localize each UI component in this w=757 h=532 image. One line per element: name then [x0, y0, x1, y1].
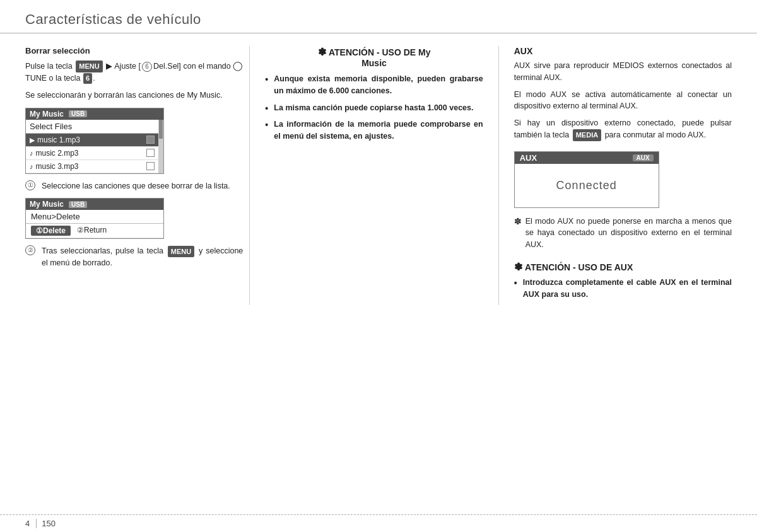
aux-section: AUX AUX sirve para reproducir MEDIOS ext… — [514, 46, 732, 141]
screen1-header: My Music USB — [26, 108, 163, 120]
attention-aux-symbol: ✽ — [514, 262, 525, 272]
bullet-1: Aunque exista memoria disponible, pueden… — [265, 73, 483, 97]
attention-title: ✽ ATENCIÓN - USO DE MyMusic — [265, 46, 483, 68]
para1-arrow: ▶ — [106, 62, 112, 71]
aux-para3: Si hay un dispositivo externo conectado,… — [514, 117, 732, 141]
music-icon-2: ♪ — [30, 149, 33, 157]
screen1-row-1: ▶music 1.mp3 — [26, 134, 158, 147]
aux-para1: AUX sirve para reproducir MEDIOS externo… — [514, 60, 732, 84]
bullet-3: La información de la memoria puede compr… — [265, 119, 483, 142]
footer-number: 4 — [25, 519, 37, 528]
note2-text: Tras seleccionarlas, pulse la tecla MENU… — [42, 245, 243, 269]
aux-screen-body: Connected — [515, 164, 659, 207]
page-footer: 4 150 — [0, 514, 757, 532]
para1: Pulse la tecla MENU ▶ Ajuste [6Del.Sel] … — [25, 59, 243, 84]
aux-screen-badge: AUX — [633, 154, 654, 161]
attention-aux-section: ✽ ATENCIÓN - USO DE AUX Introduzca compl… — [514, 261, 732, 301]
content-area: Borrar selección Pulse la tecla MENU ▶ A… — [0, 33, 757, 318]
play-icon: ▶ — [30, 136, 35, 144]
left-section-title: Borrar selección — [25, 46, 243, 55]
menu-badge: MENU — [76, 61, 102, 72]
screen1-title: My Music — [30, 110, 64, 119]
media-badge: MEDIA — [573, 129, 601, 141]
checkbox-3 — [146, 162, 155, 170]
checkbox-1 — [146, 136, 155, 144]
my-music-screen-1: My Music USB Select Files ▶music 1.mp3 ♪… — [25, 108, 164, 174]
screen1-row-2: ♪music 2.mp3 — [26, 147, 158, 160]
aux-note-text: El modo AUX no puede ponerse en marcha a… — [525, 216, 732, 251]
screen1-scrollbar — [158, 120, 163, 173]
footer-page: 150 — [42, 519, 56, 528]
screen1-select-files: Select Files — [26, 120, 158, 134]
screen1-content: Select Files ▶music 1.mp3 ♪music 2.mp3 ♪… — [26, 120, 158, 173]
para1-text1: Pulse la tecla — [25, 62, 73, 71]
page-title: Características de vehículo — [25, 11, 732, 28]
aux-note-symbol: ✽ — [514, 216, 522, 226]
aux-screen-title: AUX — [520, 153, 537, 163]
checkbox-2 — [146, 149, 155, 157]
bullet-2: La misma canción puede copiarse hasta 1.… — [265, 102, 483, 114]
screen1-row-3: ♪music 3.mp3 — [26, 160, 158, 173]
return-button[interactable]: ②Return — [77, 226, 107, 236]
screen2-header: My Music USB — [26, 199, 163, 210]
scrollbar-thumb — [159, 120, 163, 139]
note2-num: ② — [25, 245, 35, 255]
aux-title: AUX — [514, 46, 732, 56]
attention-aux-bullets: Introduzca completamente el cable AUX en… — [514, 277, 732, 301]
screen2-usb: USB — [69, 201, 87, 208]
aux-connected-text: Connected — [556, 179, 617, 192]
note1: ① Seleccione las canciones que desee bor… — [25, 180, 243, 192]
right-column: AUX AUX sirve para reproducir MEDIOS ext… — [499, 46, 732, 305]
note2: ② Tras seleccionarlas, pulse la tecla ME… — [25, 245, 243, 269]
aux-bullet-1: Introduzca completamente el cable AUX en… — [514, 277, 732, 301]
note1-num: ① — [25, 180, 35, 190]
attention-heading: ATENCIÓN - USO DE MyMusic — [329, 47, 431, 68]
screen2-delete-row: ①Delete ②Return — [26, 224, 163, 238]
badge-circle-6: 6 — [142, 62, 152, 72]
aux-screen-header: AUX AUX — [515, 152, 659, 164]
page-header: Características de vehículo — [0, 0, 757, 33]
screen1-usb: USB — [69, 110, 87, 117]
music-icon-3: ♪ — [30, 163, 33, 170]
left-column: Borrar selección Pulse la tecla MENU ▶ A… — [25, 46, 249, 305]
aux-screen: AUX AUX Connected — [514, 151, 659, 208]
attention-symbol: ✽ — [318, 47, 329, 57]
screen2-title: My Music — [30, 200, 64, 209]
my-music-screen-2: My Music USB Menu>Delete ①Delete ②Return — [25, 198, 164, 239]
menu-badge-2: MENU — [168, 246, 194, 258]
screen1-body: Select Files ▶music 1.mp3 ♪music 2.mp3 ♪… — [26, 120, 163, 173]
attention-aux-title: ✽ ATENCIÓN - USO DE AUX — [514, 261, 732, 273]
note1-text: Seleccione las canciones que desee borra… — [42, 180, 230, 192]
screen2-menu-row: Menu>Delete — [26, 210, 163, 224]
aux-note: ✽ El modo AUX no puede ponerse en marcha… — [514, 216, 732, 251]
para2: Se seleccionarán y borrarán las cancione… — [25, 90, 243, 101]
attention-aux-heading: ATENCIÓN - USO DE AUX — [525, 262, 633, 272]
attention-bullets: Aunque exista memoria disponible, pueden… — [265, 73, 483, 142]
delete-button[interactable]: ①Delete — [31, 226, 71, 236]
aux-para2: El modo AUX se activa automáticamente al… — [514, 89, 732, 113]
badge-num-6: 6 — [83, 73, 92, 84]
middle-column: ✽ ATENCIÓN - USO DE MyMusic Aunque exist… — [249, 46, 498, 305]
